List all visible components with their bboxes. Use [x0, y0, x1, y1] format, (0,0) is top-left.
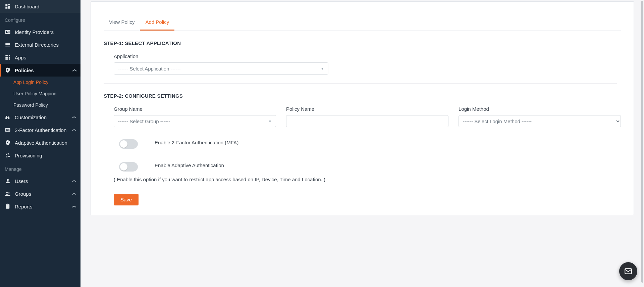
page-scrollbar-thumb[interactable] — [641, 1, 643, 283]
svg-rect-5 — [5, 44, 10, 45]
sidebar-section-manage: Manage — [0, 162, 80, 175]
svg-rect-8 — [7, 55, 8, 56]
svg-point-22 — [6, 192, 8, 194]
sidebar-item-adaptive-auth[interactable]: Adaptive Authentication — [0, 136, 80, 149]
save-button[interactable]: Save — [114, 194, 139, 205]
chevron-down-icon: ❮ — [72, 129, 76, 132]
adaptive-toggle-description: ( Enable this option if you want to rest… — [104, 174, 338, 185]
two-factor-icon: 123 — [5, 127, 11, 133]
tab-view-policy[interactable]: View Policy — [104, 15, 140, 31]
svg-rect-14 — [7, 58, 8, 60]
policy-panel: View Policy Add Policy STEP-1: SELECT AP… — [91, 1, 634, 215]
list-icon — [5, 42, 11, 48]
sidebar-item-label: Dashboard — [15, 4, 76, 9]
adaptive-toggle-row: Enable Adaptive Authentication — [104, 161, 621, 172]
id-card-icon — [5, 29, 11, 35]
sidebar-subitem-app-login-policy[interactable]: App Login Policy — [0, 77, 80, 88]
sidebar-item-label: Customization — [15, 114, 73, 120]
svg-rect-10 — [5, 57, 7, 58]
chevron-down-icon: ❮ — [72, 116, 76, 119]
step2-title: STEP-2: CONFIGURE SETTINGS — [104, 93, 621, 99]
grid-icon — [5, 54, 11, 60]
sidebar-item-users[interactable]: Users ❮ — [0, 175, 80, 187]
svg-point-21 — [7, 179, 9, 181]
svg-rect-15 — [9, 58, 10, 60]
mfa-toggle[interactable] — [119, 139, 138, 149]
sidebar-item-label: Reports — [15, 204, 73, 209]
svg-rect-6 — [5, 46, 10, 46]
sidebar-item-dashboard[interactable]: Dashboard — [0, 0, 80, 13]
policy-name-input[interactable] — [286, 115, 448, 127]
sidebar-subitem-user-policy-mapping[interactable]: User Policy Mapping — [0, 88, 80, 99]
page-scrollbar[interactable] — [642, 0, 644, 287]
main-content: View Policy Add Policy STEP-1: SELECT AP… — [80, 0, 644, 287]
svg-point-20 — [8, 156, 10, 157]
sidebar-item-label: 2-Factor Authentication — [15, 127, 73, 133]
mfa-toggle-label: Enable 2-Factor Authentication (MFA) — [155, 139, 238, 147]
application-select[interactable]: ------ Select Application ------ ▼ — [114, 62, 328, 75]
step1-title: STEP-1: SELECT APPLICATION — [104, 40, 621, 46]
sidebar-item-external-directories[interactable]: External Directories — [0, 38, 80, 51]
mfa-toggle-row: Enable 2-Factor Authentication (MFA) — [104, 139, 621, 149]
chevron-down-icon: ❮ — [72, 69, 76, 72]
sidebar-item-provisioning[interactable]: Provisioning — [0, 149, 80, 162]
login-method-label: Login Method — [459, 106, 621, 112]
sidebar-item-label: Policies — [15, 67, 73, 73]
sync-users-icon — [5, 152, 11, 158]
adaptive-toggle-label: Enable Adaptive Authentication — [155, 161, 224, 170]
sidebar-item-label: Provisioning — [15, 153, 76, 158]
application-label: Application — [114, 53, 617, 59]
chevron-down-icon: ❮ — [72, 205, 76, 208]
puzzle-icon — [5, 114, 11, 120]
login-method-select[interactable]: ------ Select Login Method ------ — [459, 115, 621, 127]
svg-rect-13 — [5, 58, 7, 60]
sidebar-item-reports[interactable]: Reports ❮ — [0, 200, 80, 213]
sidebar: Dashboard Configure Identity Providers E… — [0, 0, 80, 287]
adaptive-toggle[interactable] — [119, 162, 138, 172]
group-name-select-value: ------ Select Group ------ — [118, 118, 170, 124]
mail-icon — [624, 267, 633, 276]
svg-rect-1 — [8, 4, 10, 5]
application-select-value: ------ Select Application ------ — [118, 66, 181, 71]
svg-text:123: 123 — [6, 129, 10, 131]
sidebar-item-label: Adaptive Authentication — [15, 140, 76, 146]
sidebar-item-label: Users — [15, 178, 73, 184]
sidebar-item-apps[interactable]: Apps — [0, 51, 80, 64]
svg-rect-9 — [9, 55, 10, 56]
sidebar-subitem-password-policy[interactable]: Password Policy — [0, 99, 80, 111]
group-name-label: Group Name — [114, 106, 276, 112]
svg-point-16 — [7, 69, 9, 71]
dashboard-icon — [5, 3, 11, 9]
svg-point-19 — [6, 154, 7, 155]
svg-rect-2 — [8, 6, 10, 9]
sidebar-item-two-factor[interactable]: 123 2-Factor Authentication ❮ — [0, 124, 80, 136]
sidebar-item-label: Apps — [15, 55, 76, 60]
sidebar-item-label: Identity Providers — [15, 29, 76, 35]
tab-add-policy[interactable]: Add Policy — [140, 15, 174, 31]
svg-point-23 — [8, 192, 10, 194]
clipboard-icon — [5, 203, 11, 209]
sidebar-item-policies[interactable]: Policies ❮ — [0, 64, 80, 77]
sidebar-item-identity-providers[interactable]: Identity Providers — [0, 26, 80, 38]
sidebar-item-groups[interactable]: Groups ❮ — [0, 187, 80, 200]
sidebar-section-configure: Configure — [0, 13, 80, 26]
policy-tabs: View Policy Add Policy — [104, 15, 621, 31]
shield-icon — [5, 67, 11, 73]
svg-rect-0 — [5, 4, 7, 6]
svg-rect-7 — [5, 55, 7, 56]
caret-down-icon: ▼ — [321, 67, 324, 70]
sidebar-item-customization[interactable]: Customization ❮ — [0, 111, 80, 124]
user-icon — [5, 178, 11, 184]
svg-rect-4 — [5, 43, 10, 44]
chevron-down-icon: ❮ — [72, 192, 76, 195]
support-chat-button[interactable] — [619, 262, 637, 280]
step2-fields: Group Name ------ Select Group ------ ▼ … — [104, 106, 621, 127]
chevron-down-icon: ❮ — [72, 180, 76, 183]
sidebar-item-label: External Directories — [15, 42, 76, 48]
group-name-select[interactable]: ------ Select Group ------ ▼ — [114, 115, 276, 127]
svg-rect-3 — [5, 7, 7, 9]
shield-check-icon — [5, 140, 11, 146]
svg-rect-11 — [7, 57, 8, 58]
sidebar-item-label: Groups — [15, 191, 73, 197]
policy-name-label: Policy Name — [286, 106, 448, 112]
